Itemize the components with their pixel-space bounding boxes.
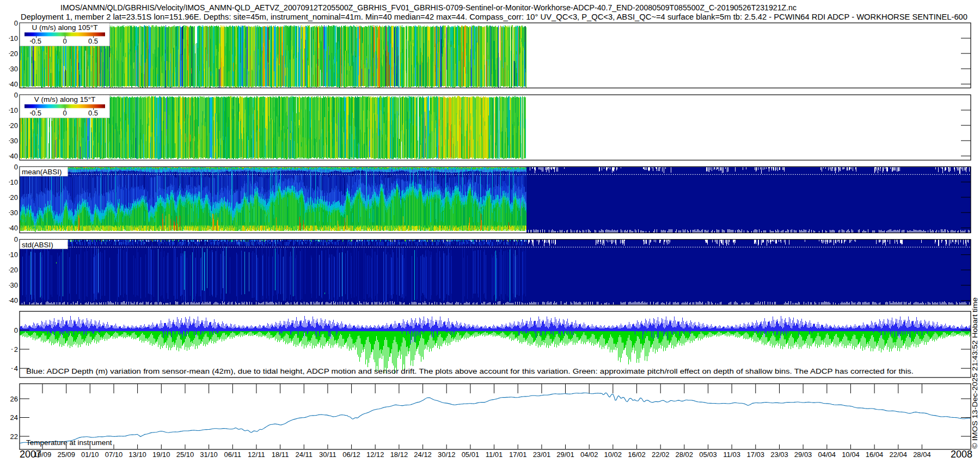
svg-text:28/02: 28/02 <box>676 450 694 459</box>
svg-text:24/11: 24/11 <box>296 450 313 459</box>
svg-text:0: 0 <box>63 37 66 45</box>
svg-text:30: 30 <box>10 137 18 145</box>
svg-text:20: 20 <box>10 121 18 130</box>
svg-text:17/03: 17/03 <box>747 450 765 459</box>
svg-text:0.5: 0.5 <box>32 37 41 45</box>
svg-text:Blue: ADCP Depth (m) variation: Blue: ADCP Depth (m) variation from sens… <box>26 367 914 375</box>
svg-text:U (m/s) along 105°T: U (m/s) along 105°T <box>32 23 98 32</box>
svg-text:26: 26 <box>10 395 18 403</box>
svg-text:10/02: 10/02 <box>604 450 622 459</box>
svg-text:2007: 2007 <box>20 449 41 460</box>
svg-text:06/12: 06/12 <box>342 450 360 459</box>
svg-text:2008: 2008 <box>951 449 972 460</box>
svg-text:10: 10 <box>10 251 18 259</box>
svg-text:20: 20 <box>10 266 18 274</box>
svg-text:16/02: 16/02 <box>628 450 646 459</box>
svg-text:04/04: 04/04 <box>818 450 836 459</box>
svg-text:29/01: 29/01 <box>556 450 574 459</box>
svg-text:30/12: 30/12 <box>438 450 456 459</box>
svg-text:0: 0 <box>63 109 66 117</box>
svg-text:40: 40 <box>10 296 18 304</box>
svg-text:01/10: 01/10 <box>81 450 99 459</box>
svg-text:0: 0 <box>14 91 18 99</box>
svg-text:mean(ABSI): mean(ABSI) <box>22 168 62 176</box>
svg-text:40: 40 <box>10 80 18 88</box>
svg-text:0.5: 0.5 <box>88 109 98 117</box>
svg-text:16/04: 16/04 <box>866 450 884 459</box>
svg-text:30: 30 <box>10 281 18 289</box>
svg-text:04/02: 04/02 <box>580 450 598 459</box>
svg-text:12/12: 12/12 <box>366 450 384 459</box>
svg-text:22/04: 22/04 <box>890 450 908 459</box>
svg-text:40: 40 <box>10 152 18 160</box>
svg-text:17/01: 17/01 <box>509 450 527 459</box>
svg-text:22: 22 <box>10 432 18 441</box>
svg-text:19/10: 19/10 <box>152 450 170 459</box>
svg-text:10: 10 <box>10 34 18 42</box>
svg-text:40: 40 <box>10 224 18 232</box>
svg-text:0.5: 0.5 <box>88 37 98 45</box>
svg-text:2: 2 <box>14 345 18 354</box>
svg-text:12/11: 12/11 <box>248 450 265 459</box>
svg-text:22/02: 22/02 <box>652 450 670 459</box>
svg-text:10: 10 <box>10 106 18 114</box>
svg-text:24: 24 <box>10 413 18 422</box>
svg-text:06/11: 06/11 <box>224 450 242 459</box>
svg-text:0: 0 <box>14 235 18 243</box>
svg-text:© IMOS 13-Dec-2025 21:43:52 Ho: © IMOS 13-Dec-2025 21:43:52 Hobart time <box>971 297 979 449</box>
svg-text:IMOS/ANMN/QLD/GBRHIS/Velocity/: IMOS/ANMN/QLD/GBRHIS/Velocity/IMOS_ANMN-… <box>60 3 797 12</box>
svg-text:25/10: 25/10 <box>176 450 194 459</box>
svg-text:30/11: 30/11 <box>319 450 336 459</box>
svg-text:0: 0 <box>14 19 18 27</box>
svg-text:Deployment 1, member 2 lat=23.: Deployment 1, member 2 lat=23.51S lon=15… <box>21 13 967 21</box>
svg-text:11/03: 11/03 <box>723 450 740 459</box>
svg-text:20: 20 <box>10 193 18 202</box>
svg-text:30: 30 <box>10 65 18 73</box>
svg-text:13/10: 13/10 <box>128 450 146 459</box>
svg-text:23/01: 23/01 <box>533 450 551 459</box>
svg-text:25/09: 25/09 <box>57 450 75 459</box>
svg-text:std(ABSI): std(ABSI) <box>22 241 53 249</box>
svg-text:0: 0 <box>14 326 18 334</box>
svg-text:Temperature at instrument: Temperature at instrument <box>26 438 112 447</box>
svg-text:30: 30 <box>10 209 18 217</box>
svg-text:29/03: 29/03 <box>794 450 812 459</box>
svg-text:05/03: 05/03 <box>699 450 717 459</box>
svg-text:10: 10 <box>10 178 18 186</box>
svg-text:28/04: 28/04 <box>913 450 931 459</box>
svg-text:07/10: 07/10 <box>105 450 123 459</box>
svg-text:10/04: 10/04 <box>842 450 860 459</box>
svg-text:0.5: 0.5 <box>32 109 41 117</box>
svg-text:23/03: 23/03 <box>770 450 788 459</box>
svg-text:18/12: 18/12 <box>390 450 408 459</box>
svg-text:31/10: 31/10 <box>200 450 218 459</box>
svg-text:18/11: 18/11 <box>272 450 289 459</box>
svg-text:V (m/s) along 15°T: V (m/s) along 15°T <box>34 95 96 103</box>
svg-text:20: 20 <box>10 50 18 58</box>
svg-text:11/01: 11/01 <box>486 450 503 459</box>
svg-text:05/01: 05/01 <box>462 450 480 459</box>
svg-text:24/12: 24/12 <box>414 450 432 459</box>
svg-text:4: 4 <box>14 364 18 373</box>
svg-text:0: 0 <box>14 163 18 171</box>
